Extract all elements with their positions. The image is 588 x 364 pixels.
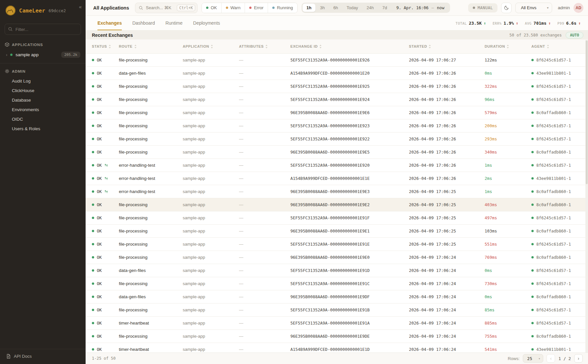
status-filter-button[interactable]: Error	[245, 3, 268, 13]
tab[interactable]: Deployments	[193, 16, 220, 30]
exchange-duration: 85ms	[485, 307, 531, 312]
sidebar-item-api-docs[interactable]: API Docs	[0, 349, 86, 364]
column-header-label: APPLICATION	[183, 44, 209, 48]
scope-title: All Applications	[93, 5, 129, 11]
sidebar-admin-item[interactable]: Environments	[0, 105, 86, 114]
exchange-duration: 0ms	[485, 71, 531, 76]
exchange-agent-label: 8c0affadb860-1	[536, 294, 571, 299]
table-row[interactable]: OK file-processing sample-app — 96E395B0…	[86, 225, 588, 238]
search-input[interactable]: Search... ⌘K Ctrl+K	[135, 3, 198, 13]
auto-refresh-badge[interactable]: AUTO	[566, 32, 583, 38]
exchange-attributes: —	[239, 229, 290, 233]
table-row[interactable]: OK file-processing sample-app — 5EF55FC3…	[86, 238, 588, 251]
next-page-button[interactable]: ›	[574, 354, 583, 363]
time-range-segment[interactable]: 1h	[303, 4, 315, 12]
table-row[interactable]: OK file-processing sample-app — 5EF55FC3…	[86, 93, 588, 106]
sidebar-admin-item[interactable]: Database	[0, 95, 86, 105]
table-row[interactable]: OK file-processing sample-app — 96E395B0…	[86, 198, 588, 211]
table-row[interactable]: OK file-processing sample-app — 5EF55FC3…	[86, 211, 588, 225]
time-range-segment[interactable]: Today	[343, 4, 362, 12]
dark-mode-toggle[interactable]	[501, 3, 512, 13]
status-filter-button[interactable]: Running	[268, 3, 297, 13]
time-range-segment[interactable]: 24h	[363, 4, 378, 12]
table-row[interactable]: OK file-processing sample-app — 96E395B0…	[86, 251, 588, 264]
sidebar-admin-item[interactable]: Audit Log	[0, 76, 86, 86]
table-row[interactable]: OK error-handling-test sample-app — 96E3…	[86, 185, 588, 198]
time-range-segment[interactable]: 6h	[329, 4, 342, 12]
chevron-right-icon[interactable]: ›	[6, 52, 7, 57]
status-filter-button[interactable]: Warn	[222, 3, 245, 13]
sidebar-collapse-icon[interactable]: «	[79, 4, 82, 10]
table-row[interactable]: OK data-gen-files sample-app — 5EF55FC31…	[86, 264, 588, 277]
environment-select[interactable]: All Envs ▾	[515, 3, 552, 13]
exchange-agent-label: 8f6245c61d57-1	[536, 123, 571, 128]
exchange-agent-cell: 8f6245c61d57-1	[531, 242, 588, 247]
column-header[interactable]: ROUTE	[119, 44, 183, 48]
table-row[interactable]: OK timer-heartbeat sample-app — 5EF55FC3…	[86, 317, 588, 330]
scrollbar-thumb[interactable]	[586, 40, 588, 184]
column-header[interactable]: DURATION	[485, 44, 531, 48]
sidebar-admin-item[interactable]: ClickHouse	[0, 86, 86, 95]
exchange-route: file-processing	[119, 97, 183, 102]
vertical-scrollbar[interactable]	[585, 40, 588, 352]
tabs-bar: ExchangesDashboardRuntimeDeployments TOT…	[86, 16, 588, 31]
tab[interactable]: Runtime	[165, 16, 182, 30]
sort-icon	[429, 45, 431, 48]
column-header[interactable]: EXCHANGE ID	[290, 44, 409, 48]
avatar[interactable]: AD	[574, 3, 583, 13]
status-filter-button[interactable]: OK	[202, 3, 222, 13]
sidebar-filter-input[interactable]	[5, 24, 81, 35]
exchange-status-cell: OK	[92, 136, 119, 141]
table-row[interactable]: OK error-handling-test sample-app — 5EF5…	[86, 159, 588, 172]
table-row[interactable]: OK file-processing sample-app — 96E395B0…	[86, 146, 588, 159]
exchange-status-cell: OK	[92, 189, 119, 194]
sort-icon	[265, 45, 268, 48]
exchange-status-cell: OK	[92, 202, 119, 207]
table-row[interactable]: OK file-processing sample-app — 5EF55FC3…	[86, 119, 588, 133]
exchange-application: sample-app	[183, 84, 239, 89]
previous-page-button[interactable]: ‹	[547, 354, 555, 363]
column-header[interactable]: APPLICATION	[183, 44, 239, 48]
table-row[interactable]: OK file-processing sample-app — 5EF55FC3…	[86, 133, 588, 146]
ok-status-dot	[92, 296, 94, 298]
manual-refresh-button[interactable]: MANUAL	[468, 3, 497, 12]
sidebar-item-sample-app[interactable]: › sample app 205.2k	[0, 50, 86, 61]
exchange-duration: 579ms	[485, 110, 531, 115]
table-row[interactable]: OK file-processing sample-app — 5EF55FC3…	[86, 80, 588, 93]
stat-label: ERR%	[493, 21, 501, 25]
exchange-status-label: OK	[97, 255, 102, 260]
ok-status-dot	[92, 269, 94, 272]
tab[interactable]: Dashboard	[132, 16, 155, 30]
sidebar-filter	[5, 24, 81, 35]
exchange-duration: 322ms	[485, 84, 531, 89]
sidebar-admin-item[interactable]: Users & Roles	[0, 124, 86, 133]
rows-per-page-select[interactable]: 25 ▾	[523, 354, 543, 363]
exchange-status-label: OK	[97, 176, 102, 181]
column-header[interactable]: STATUS	[92, 44, 119, 48]
exchange-attributes: —	[239, 334, 290, 339]
table-row[interactable]: OK file-processing sample-app — 96E395B0…	[86, 330, 588, 343]
table-row[interactable]: OK data-gen-files sample-app — A154B9A99…	[86, 67, 588, 80]
exchange-status-label: OK	[97, 189, 102, 194]
table-row[interactable]: OK data-gen-files sample-app — 96E395B00…	[86, 290, 588, 303]
time-range-display[interactable]: 9. Apr. 16:06 — now	[392, 4, 449, 12]
column-header-label: DURATION	[485, 44, 505, 48]
time-range-segment[interactable]: 3h	[316, 4, 329, 12]
exchange-agent-cell: 8c0affadb860-1	[531, 294, 588, 299]
table-row[interactable]: OK file-processing sample-app — 5EF55FC3…	[86, 54, 588, 67]
sidebar-admin-item[interactable]: OIDC	[0, 114, 86, 124]
table-row[interactable]: OK file-processing sample-app — 96E395B0…	[86, 106, 588, 119]
environment-select-value: All Envs	[521, 5, 536, 10]
time-range-segment[interactable]: 7d	[378, 4, 391, 12]
exchange-status-cell: OK	[92, 255, 119, 260]
table-row[interactable]: OK file-processing sample-app — 5EF55FC3…	[86, 277, 588, 290]
column-header[interactable]: AGENT	[531, 44, 588, 48]
tab[interactable]: Exchanges	[97, 16, 122, 30]
table-row[interactable]: OK file-processing sample-app — 5EF55FC3…	[86, 303, 588, 317]
column-header[interactable]: STARTED	[409, 44, 485, 48]
table-row[interactable]: OK error-handling-test sample-app — A154…	[86, 172, 588, 185]
column-header[interactable]: ATTRIBUTES	[239, 44, 290, 48]
exchange-attributes: —	[239, 58, 290, 62]
table-row[interactable]: OK timer-heartbeat sample-app — A154B9A9…	[86, 343, 588, 352]
exchange-status-cell: OK	[92, 123, 119, 128]
